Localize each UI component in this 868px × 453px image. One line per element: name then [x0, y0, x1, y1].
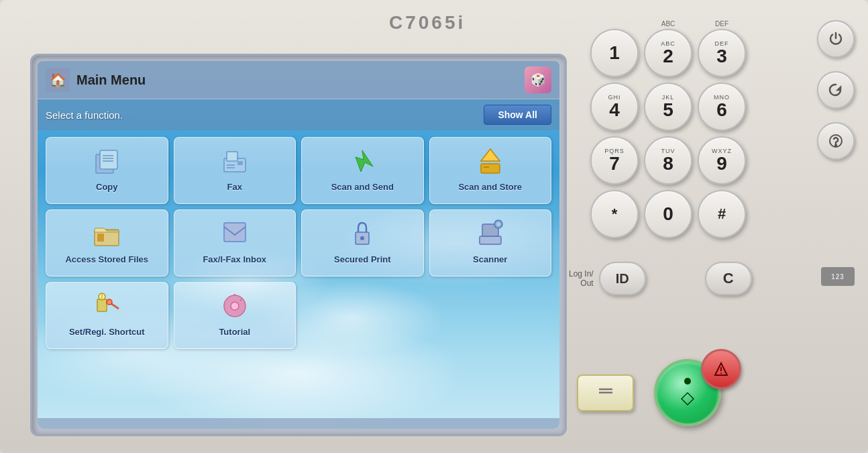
key-9-number: 9 [716, 154, 727, 173]
svg-rect-16 [224, 223, 246, 242]
label-empty [590, 20, 639, 28]
start-dot [684, 378, 691, 385]
key-5[interactable]: JKL 5 [644, 83, 692, 131]
svg-point-22 [496, 222, 500, 226]
svg-marker-10 [356, 150, 373, 172]
screen-container: 🏠 Main Menu 🎲 Select a function. Show Al… [30, 54, 567, 436]
scan-store-button[interactable]: Scan and Store [429, 137, 552, 204]
screen-subheader: Select a function. Show All [38, 99, 559, 130]
fax-inbox-button[interactable]: Fax/I-Fax Inbox [174, 209, 296, 276]
scan-send-label: Scan and Send [331, 182, 394, 193]
scan-send-icon [345, 144, 379, 178]
screen-header: 🏠 Main Menu 🎲 [38, 61, 559, 99]
access-stored-label: Access Stored Files [65, 254, 148, 266]
3d-icon[interactable]: 🎲 [525, 66, 551, 93]
interrupt-button[interactable] [817, 122, 855, 160]
stop-button[interactable] [701, 349, 741, 389]
key-8-number: 8 [663, 154, 673, 173]
key-2[interactable]: ABC 2 [644, 29, 692, 77]
key-3[interactable]: DEF 3 [698, 29, 746, 77]
main-menu-title: Main Menu [76, 72, 146, 88]
label-abc: ABC [644, 20, 692, 28]
key-5-number: 5 [663, 101, 673, 119]
header-left: 🏠 Main Menu [46, 68, 146, 92]
function-grid: Copy Fax [38, 130, 559, 356]
svg-point-18 [360, 236, 364, 240]
id-button[interactable]: ID [599, 262, 646, 295]
svg-rect-19 [480, 236, 501, 244]
fax-label: Fax [227, 182, 242, 193]
select-function-text: Select a function. [46, 109, 123, 121]
fax-icon [218, 144, 252, 178]
key-0[interactable]: 0 [644, 190, 692, 238]
svg-point-34 [835, 145, 836, 146]
start-button-container: ◇ [654, 359, 721, 426]
model-name: C7065i [389, 12, 466, 34]
label-def: DEF [698, 20, 746, 28]
scanner-icon [474, 217, 507, 250]
home-icon[interactable]: 🏠 [46, 68, 70, 92]
c-label: C [723, 270, 734, 287]
key-hash-symbol: # [718, 205, 726, 223]
bottom-buttons: ◇ [577, 359, 721, 426]
svg-rect-11 [481, 164, 500, 173]
tutorial-button[interactable]: Tutorial [174, 282, 296, 349]
key-1[interactable]: 1 [590, 29, 639, 77]
reset-button[interactable] [817, 71, 855, 109]
scan-store-label: Scan and Store [458, 182, 522, 193]
secured-print-label: Secured Print [334, 254, 391, 266]
clear-button[interactable] [577, 374, 634, 411]
key-3-number: 3 [716, 47, 727, 66]
key-star[interactable]: * [590, 190, 639, 238]
c-button[interactable]: C [705, 262, 752, 295]
key-1-number: 1 [609, 44, 620, 62]
svg-rect-7 [237, 161, 243, 165]
copy-icon [90, 144, 123, 178]
secured-print-button[interactable]: Secured Print [301, 209, 424, 276]
svg-line-30 [240, 299, 241, 301]
copy-label: Copy [96, 182, 118, 193]
key-8[interactable]: TUV 8 [644, 136, 692, 185]
svg-marker-12 [481, 149, 500, 161]
screen-bottom [38, 418, 559, 429]
svg-rect-1 [100, 150, 117, 169]
svg-rect-23 [97, 299, 107, 311]
login-area: Log In/Out ID C [569, 262, 752, 295]
fax-button[interactable]: Fax [174, 137, 296, 204]
secured-print-icon [345, 217, 379, 250]
keypad-grid: 1 ABC 2 DEF 3 GHI 4 JKL 5 MNO 6 [590, 29, 798, 238]
key-6[interactable]: MNO 6 [698, 83, 746, 131]
svg-rect-15 [97, 234, 104, 242]
id-label: ID [616, 271, 629, 287]
setregi-label: Set/Regi. Shortcut [69, 327, 145, 338]
key-7-number: 7 [609, 154, 620, 173]
num-indicator: 123 [821, 267, 855, 286]
scan-send-button[interactable]: Scan and Send [301, 137, 424, 204]
copy-button[interactable]: Copy [46, 137, 168, 204]
tutorial-label: Tutorial [219, 327, 250, 338]
setregi-button[interactable]: Set/Regi. Shortcut [46, 282, 168, 349]
screen: 🏠 Main Menu 🎲 Select a function. Show Al… [38, 61, 559, 429]
right-special-column [817, 20, 855, 160]
svg-line-26 [111, 303, 119, 309]
key-4-number: 4 [609, 101, 620, 119]
start-symbol: ◇ [681, 387, 694, 408]
svg-marker-32 [838, 87, 840, 90]
power-button[interactable] [817, 20, 855, 58]
key-9[interactable]: WXYZ 9 [698, 136, 746, 185]
svg-point-27 [107, 299, 112, 305]
key-7[interactable]: PQRS 7 [590, 136, 639, 185]
show-all-button[interactable]: Show All [484, 105, 551, 125]
key-2-number: 2 [663, 47, 673, 66]
scanner-label: Scanner [473, 254, 507, 266]
access-stored-button[interactable]: Access Stored Files [46, 209, 168, 276]
login-label: Log In/Out [569, 269, 594, 289]
stop-button-container [701, 349, 741, 389]
key-0-number: 0 [663, 205, 673, 223]
key-hash[interactable]: # [698, 190, 746, 238]
svg-point-31 [231, 302, 239, 310]
key-4[interactable]: GHI 4 [590, 83, 639, 131]
setregi-icon [90, 289, 123, 323]
svg-point-39 [720, 372, 722, 374]
scanner-button[interactable]: Scanner [429, 209, 552, 276]
